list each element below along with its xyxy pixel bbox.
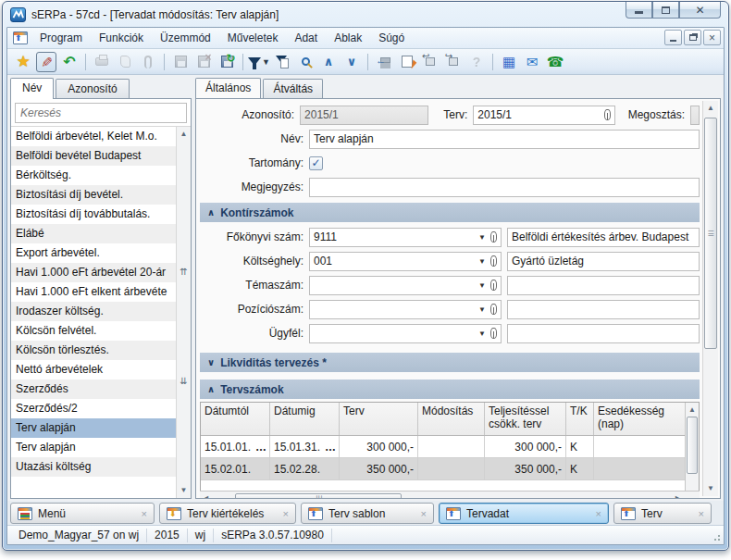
move-left-button[interactable]	[374, 52, 394, 72]
col-tk[interactable]: T/K	[566, 403, 594, 435]
mdi-minimize-button[interactable]	[664, 30, 682, 45]
scroll-up-icon[interactable]: ▲	[703, 102, 718, 115]
search-input[interactable]	[16, 106, 186, 119]
mail-button[interactable]: ✉	[522, 52, 542, 72]
list-item[interactable]: Export árbevétel.	[11, 243, 176, 263]
menu-ablak[interactable]: Ablak	[326, 29, 370, 47]
terv-field[interactable]: 2015/1	[473, 106, 615, 125]
dropdown-icon[interactable]: ▼	[478, 257, 486, 266]
menu-muveletek[interactable]: Műveletek	[219, 29, 287, 47]
list-item[interactable]: Utazási költség	[11, 457, 176, 477]
list-item[interactable]: Kölcsön felvétel.	[11, 321, 176, 341]
table-row[interactable]: 15.02.01. 15.02.28. 350 000,- 350 000,- …	[201, 458, 685, 480]
tab-nev[interactable]: Név	[10, 78, 54, 99]
paperclip-icon[interactable]	[490, 280, 497, 291]
menu-adat[interactable]: Adat	[286, 29, 326, 47]
megjegyzes-field[interactable]	[309, 178, 700, 197]
list-item[interactable]: Terv alapján	[11, 438, 176, 457]
tab-close-icon[interactable]: ×	[408, 508, 427, 519]
list-item[interactable]: Havi 1.000 eFt elkent árbevéte	[11, 282, 176, 302]
close-button[interactable]: ✕	[679, 2, 721, 19]
edit-button[interactable]: ✎	[36, 52, 56, 72]
window-previous-button[interactable]	[420, 52, 440, 72]
list-scrollbar[interactable]: ▲ ⇈ ⇊ ▼	[176, 127, 191, 498]
save-button[interactable]	[170, 52, 191, 72]
edit-document-button[interactable]	[397, 52, 417, 72]
tab-close-icon[interactable]: ×	[686, 508, 704, 519]
save-refresh-button[interactable]	[217, 52, 237, 72]
tab-terv[interactable]: Terv ×	[613, 503, 712, 524]
tab-menu[interactable]: Menü ×	[10, 503, 155, 524]
scroll-down-icon[interactable]: ▼	[177, 484, 191, 497]
menu-program[interactable]: Program	[31, 29, 91, 47]
scroll-left-icon[interactable]: ◀	[203, 494, 208, 499]
scroll-up-icon[interactable]: ▲	[177, 128, 191, 141]
form-vertical-scrollbar[interactable]: ▲ ▼	[702, 101, 718, 496]
list-item[interactable]: Bérköltség.	[11, 166, 176, 185]
scroll-up-icon[interactable]: ▲	[686, 404, 699, 417]
ugyfel-combo[interactable]: ▼	[309, 324, 502, 343]
fokonyvi-name-field[interactable]: Belföldi értékesítés árbev. Budapest	[507, 228, 700, 247]
window-next-button[interactable]	[443, 52, 464, 72]
list-item[interactable]: Szerződés	[11, 380, 176, 399]
col-esedekesseg[interactable]: Esedékesség (nap)	[594, 403, 685, 435]
section-kontirszamok[interactable]: ∧ Kontírszámok	[200, 203, 700, 222]
tab-close-icon[interactable]: ×	[270, 508, 289, 519]
tab-azonosito[interactable]: Azonosító	[56, 79, 129, 98]
maximize-button[interactable]	[652, 2, 679, 19]
ellipsis-button[interactable]: …	[325, 441, 337, 454]
paperclip-icon[interactable]	[490, 231, 497, 243]
search-button[interactable]	[295, 52, 316, 72]
list-item[interactable]: Biztosítási díj továbbutalás.	[11, 205, 176, 224]
navigate-down-button[interactable]: ∨	[341, 52, 362, 72]
fokonyvi-combo[interactable]: 9111▼	[309, 228, 502, 247]
mdi-document-icon[interactable]	[13, 31, 28, 44]
menu-sugo[interactable]: Súgó	[370, 29, 413, 47]
scroll-thumb[interactable]	[235, 493, 402, 499]
dropdown-icon[interactable]: ▼	[478, 281, 486, 290]
resize-grip[interactable]	[712, 533, 722, 542]
menu-funkciok[interactable]: Funkciók	[91, 29, 152, 47]
col-datumig[interactable]: Dátumig	[270, 403, 340, 435]
section-tervszamok[interactable]: ∧ Tervszámok	[200, 380, 700, 399]
list-item-selected[interactable]: Terv alapján	[11, 418, 176, 438]
scroll-right-icon[interactable]: ▶	[675, 494, 681, 499]
menu-uzemmod[interactable]: Üzemmód	[152, 29, 219, 47]
col-teljesitessel[interactable]: Teljesítéssel csökk. terv	[485, 403, 566, 435]
paperclip-icon[interactable]	[490, 304, 497, 315]
list-item[interactable]: Biztosítási díj bevétel.	[11, 185, 176, 205]
save-cancel-button[interactable]	[193, 52, 214, 72]
dropdown-icon[interactable]: ▼	[478, 305, 486, 314]
section-likviditas[interactable]: ∨ Likviditás tervezés *	[200, 353, 700, 372]
print-button[interactable]	[92, 52, 112, 72]
scroll-thumb[interactable]	[704, 118, 717, 349]
scroll-jump-up-icon[interactable]: ⇈	[177, 266, 191, 279]
minimize-button[interactable]	[626, 2, 652, 19]
calculator-button[interactable]: ▦	[499, 52, 519, 72]
dropdown-icon[interactable]: ▼	[478, 233, 486, 242]
tab-terv-sablon[interactable]: Terv sablon ×	[301, 503, 434, 524]
ellipsis-button[interactable]: …	[255, 441, 267, 454]
tartomany-checkbox[interactable]: ✓	[309, 156, 323, 170]
col-datumtol[interactable]: Dátumtól	[201, 403, 270, 435]
table-row[interactable]: 15.01.01.… 15.01.31.… 300 000,- 300 000,…	[201, 436, 685, 458]
list-item[interactable]: Elábé	[11, 224, 176, 243]
attachment-button[interactable]	[138, 52, 158, 72]
scroll-thumb[interactable]	[687, 417, 698, 474]
poziciszam-combo[interactable]: ▼	[309, 300, 502, 319]
koltseghely-name-field[interactable]: Gyártó üzletág	[507, 252, 700, 271]
scroll-down-icon[interactable]: ▼	[703, 482, 718, 495]
table-vertical-scrollbar[interactable]: ▲	[685, 403, 699, 491]
scroll-jump-down-icon[interactable]: ⇊	[177, 375, 191, 388]
koltseghely-combo[interactable]: 001▼	[309, 252, 502, 271]
temaszam-name-field[interactable]	[507, 276, 700, 295]
azonosito-field[interactable]: 2015/1	[300, 106, 428, 125]
help-button[interactable]: ?	[466, 52, 487, 72]
tab-terv-kiertekeles[interactable]: Terv kiértékelés ×	[159, 503, 296, 524]
col-modositas[interactable]: Módosítás	[418, 403, 485, 435]
list-item[interactable]: Havi 1.000 eFt árbevétel 20-ár	[11, 263, 176, 282]
list-item[interactable]: Kölcsön törlesztés.	[11, 341, 176, 360]
tab-close-icon[interactable]: ×	[129, 508, 147, 519]
filter-document-button[interactable]	[272, 52, 292, 72]
phone-button[interactable]: ☎	[545, 52, 565, 72]
